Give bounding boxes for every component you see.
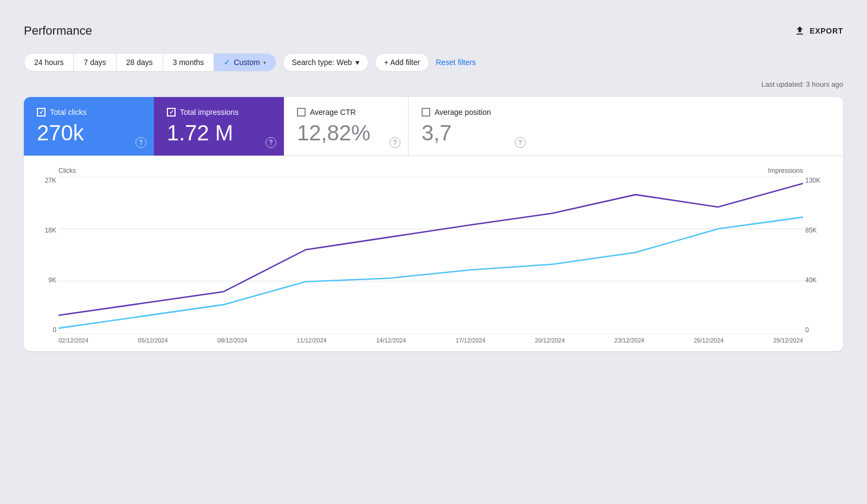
position-checkbox[interactable] [422, 108, 430, 117]
export-icon [794, 25, 805, 36]
clicks-value: 270k [37, 121, 141, 145]
position-label: Average position [435, 108, 491, 117]
chart-axis-labels: Clicks Impressions [37, 167, 830, 175]
filters-row: 24 hours 7 days 28 days 3 months ✓ Custo… [24, 53, 843, 72]
clicks-help-icon[interactable]: ? [135, 137, 146, 148]
y-axis-left: 27K 18K 9K 0 [37, 177, 56, 334]
filter-7days[interactable]: 7 days [74, 54, 116, 71]
filter-24hours[interactable]: 24 hours [24, 54, 74, 71]
page-header: Performance EXPORT [24, 24, 843, 38]
reset-filters-button[interactable]: Reset filters [436, 58, 476, 67]
y-right-label: Impressions [768, 167, 803, 175]
page-container: Performance EXPORT 24 hours 7 days 28 da… [11, 11, 856, 364]
ctr-checkbox[interactable] [297, 108, 306, 117]
ctr-label: Average CTR [310, 108, 356, 117]
filter-custom[interactable]: ✓ Custom ▾ [214, 54, 275, 71]
filter-28days[interactable]: 28 days [117, 54, 163, 71]
clicks-line [59, 217, 803, 328]
last-updated: Last updated: 3 hours ago [24, 80, 843, 88]
impressions-label: Total impressions [180, 108, 238, 117]
metrics-row: Total clicks 270k ? Total impressions 1.… [24, 97, 843, 156]
filter-3months[interactable]: 3 months [163, 54, 215, 71]
clicks-label: Total clicks [50, 108, 87, 117]
custom-dropdown-arrow: ▾ [263, 60, 266, 66]
metric-avg-ctr[interactable]: Average CTR 12,82% ? [284, 97, 409, 156]
y-left-label: Clicks [59, 167, 76, 175]
search-type-arrow: ▾ [355, 58, 359, 67]
metric-avg-position[interactable]: Average position 3,7 ? [409, 97, 533, 156]
x-axis: 02/12/2024 05/12/2024 08/12/2024 11/12/2… [59, 337, 803, 344]
impressions-help-icon[interactable]: ? [266, 137, 276, 148]
ctr-value: 12,82% [297, 121, 395, 145]
chart-area: Clicks Impressions 27K 18K 9K 0 130K 85K… [24, 156, 843, 351]
y-axis-right: 130K 85K 40K 0 [805, 177, 830, 334]
time-filter-group: 24 hours 7 days 28 days 3 months ✓ Custo… [24, 53, 276, 72]
ctr-help-icon[interactable]: ? [390, 137, 400, 148]
custom-checkmark: ✓ [224, 58, 230, 67]
chart-svg [59, 177, 803, 334]
add-filter-button[interactable]: + Add filter [375, 53, 430, 72]
impressions-line [59, 183, 803, 315]
page-title: Performance [24, 24, 92, 38]
metric-total-impressions[interactable]: Total impressions 1.72 M ? [154, 97, 284, 156]
impressions-checkbox[interactable] [167, 108, 176, 117]
export-button[interactable]: EXPORT [794, 25, 843, 36]
metric-total-clicks[interactable]: Total clicks 270k ? [24, 97, 154, 156]
position-help-icon[interactable]: ? [515, 137, 526, 148]
main-card: Total clicks 270k ? Total impressions 1.… [24, 97, 843, 351]
position-value: 3,7 [422, 121, 520, 145]
impressions-value: 1.72 M [167, 121, 271, 145]
chart-wrapper: 27K 18K 9K 0 130K 85K 40K 0 [59, 177, 803, 334]
clicks-checkbox[interactable] [37, 108, 46, 117]
search-type-button[interactable]: Search type: Web ▾ [283, 53, 368, 72]
